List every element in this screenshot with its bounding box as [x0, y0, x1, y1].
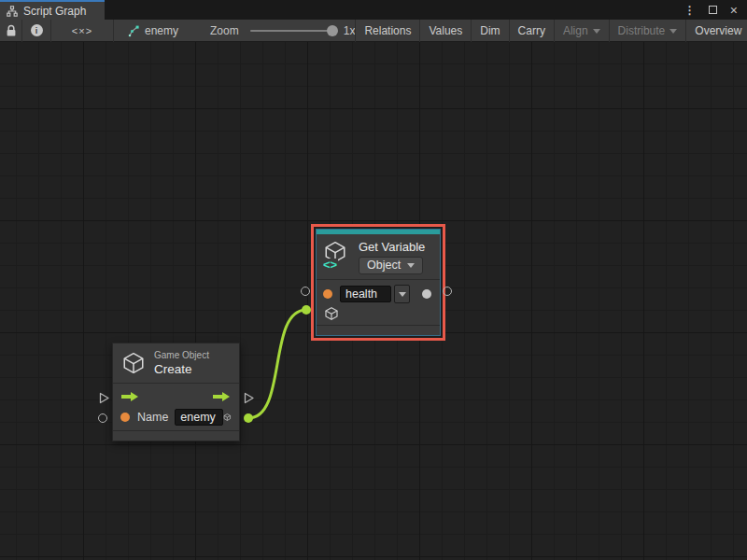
node-ports: Name	[113, 384, 239, 430]
chevron-down-icon	[399, 292, 406, 297]
button-label: Values	[429, 24, 462, 37]
flow-input-arrow-icon[interactable]	[120, 391, 140, 402]
graph-toolbar: i <×> enemy Zoom 1x Relations Values Dim…	[0, 20, 747, 42]
carry-button[interactable]: Carry	[509, 20, 554, 42]
scope-label: Object	[367, 259, 401, 272]
button-label: Dim	[480, 24, 500, 37]
get-variable-icon: <>	[323, 240, 351, 270]
zoom-slider[interactable]	[250, 30, 334, 32]
tab-script-graph[interactable]: Script Graph	[0, 0, 105, 20]
align-button[interactable]: Align	[554, 20, 609, 42]
button-label: Distribute	[618, 24, 666, 37]
graph-canvas[interactable]: Game Object Create Name	[0, 42, 747, 560]
values-button[interactable]: Values	[419, 20, 471, 42]
node-footer	[317, 326, 440, 335]
code-brackets-icon: <>	[322, 259, 338, 271]
tab-bar: Script Graph ⋮ ×	[0, 0, 747, 20]
node-footer	[113, 431, 239, 441]
code-icon: <×>	[72, 25, 92, 36]
name-input[interactable]	[175, 409, 223, 426]
object-input-port[interactable]	[301, 287, 310, 296]
node-header: Game Object Create	[113, 343, 239, 383]
flow-port-row	[120, 387, 232, 405]
game-object-output-icon[interactable]	[223, 410, 232, 425]
selection-outline: <> Get Variable Object	[311, 224, 445, 341]
connection-wire[interactable]	[248, 310, 306, 418]
string-port-icon[interactable]	[323, 289, 332, 299]
game-object-cube-icon	[121, 351, 146, 375]
close-icon[interactable]: ×	[730, 4, 738, 17]
zoom-label: Zoom	[210, 24, 239, 37]
node-header: <> Get Variable Object	[317, 234, 440, 279]
chevron-down-icon	[407, 263, 415, 268]
window-menu-icon[interactable]: ⋮	[684, 4, 696, 17]
string-port-icon[interactable]	[120, 413, 130, 422]
button-label: Carry	[518, 24, 545, 37]
variable-name-input[interactable]	[340, 286, 391, 302]
info-icon: i	[31, 24, 43, 36]
toolbar-button-group: Relations Values Dim Carry Align Distrib…	[355, 20, 747, 42]
flow-enter-port-icon[interactable]	[98, 392, 110, 404]
hierarchy-icon	[7, 6, 18, 17]
game-object-port-icon[interactable]	[324, 306, 339, 321]
distribute-button[interactable]: Distribute	[609, 20, 686, 42]
window-controls: ⋮ ×	[684, 0, 747, 20]
dim-button[interactable]: Dim	[471, 20, 508, 42]
node-ports	[317, 280, 440, 325]
flow-exit-port-icon[interactable]	[243, 392, 255, 404]
variable-picker-button[interactable]	[394, 285, 410, 303]
overview-button[interactable]: Overview	[685, 20, 747, 42]
node-title: Get Variable	[359, 240, 425, 254]
button-label: Overview	[695, 24, 741, 37]
variable-name-row	[323, 285, 433, 303]
name-port-label: Name	[137, 411, 168, 424]
value-input-port[interactable]	[98, 413, 107, 423]
flow-output-arrow-icon[interactable]	[212, 391, 232, 402]
maximize-icon[interactable]	[709, 6, 717, 14]
chevron-down-icon	[669, 29, 677, 34]
breadcrumb[interactable]: enemy	[127, 24, 178, 37]
edit-graph-button[interactable]: <×>	[51, 20, 113, 42]
value-output-port[interactable]	[443, 287, 452, 296]
lock-button[interactable]	[0, 20, 21, 42]
variable-scope-dropdown[interactable]: Object	[359, 257, 423, 274]
zoom-slider-thumb[interactable]	[327, 25, 338, 36]
node-get-variable[interactable]: <> Get Variable Object	[316, 229, 441, 336]
graph-icon	[127, 24, 140, 37]
node-title: Create	[154, 362, 209, 376]
value-output-port-icon[interactable]	[422, 289, 431, 299]
tab-title: Script Graph	[23, 5, 86, 18]
relations-button[interactable]: Relations	[355, 20, 419, 42]
breadcrumb-label: enemy	[145, 24, 178, 37]
lock-icon	[6, 24, 17, 37]
node-create-game-object[interactable]: Game Object Create Name	[112, 343, 240, 441]
name-port-row: Name	[120, 408, 232, 426]
wire-end-dot[interactable]	[302, 305, 311, 315]
inspect-button[interactable]: i	[22, 20, 50, 42]
zoom-value: 1x	[344, 24, 356, 37]
toolbar-separator	[113, 20, 114, 42]
node-category: Game Object	[154, 350, 209, 360]
wire-start-dot[interactable]	[244, 413, 253, 423]
button-label: Relations	[364, 24, 411, 37]
button-label: Align	[563, 24, 588, 37]
chevron-down-icon	[593, 29, 600, 34]
